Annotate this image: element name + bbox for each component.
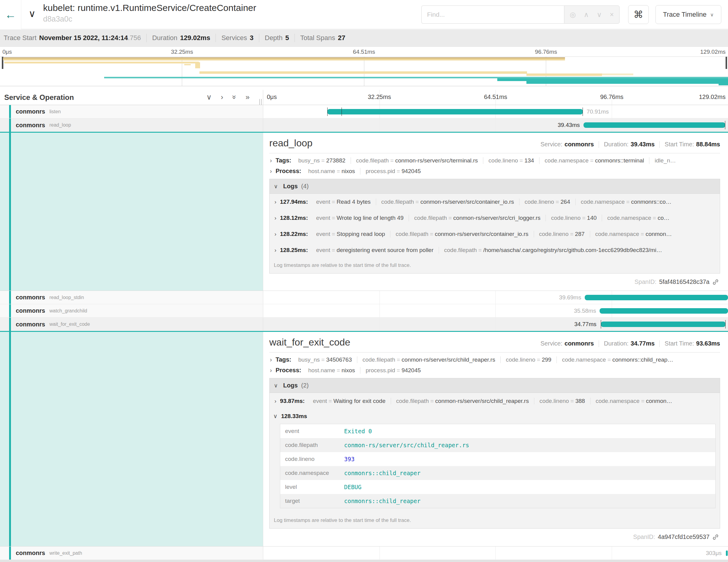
span-bar[interactable] [601,322,726,327]
collapse-one-icon[interactable]: ∨ [206,93,212,101]
chevron-right-icon: › [274,215,276,221]
minimap-tick-labels: 0μs 32.25ms 64.51ms 96.76ms 129.02ms [0,48,728,56]
log-marker [342,107,342,116]
back-button[interactable]: ← [0,0,21,29]
span-timeline-cell[interactable]: 70.91ms [263,105,728,118]
span-name-cell[interactable]: conmonrs write_exit_path [0,547,263,560]
tag-item: code.filepath=conmon-rs/server/src/child… [357,356,501,363]
log-entry[interactable]: › 128.25ms: event=deregistering event so… [270,242,720,258]
clear-search-icon[interactable]: × [610,11,614,19]
span-bar[interactable] [583,122,725,128]
span-timeline-cell[interactable]: 34.77ms [263,318,728,331]
span-name-cell[interactable]: conmonrs listen [0,105,263,118]
view-selector-label: Trace Timeline [663,11,706,19]
span-name-cell[interactable]: conmonrs read_loop [0,118,263,132]
span-bar[interactable] [585,295,728,300]
axis-tick: 32.25ms [368,94,391,100]
process-item: host.name=nixos [303,367,360,374]
trace-collapse-icon[interactable]: ∨ [29,8,36,19]
span-row-watch-grandchild[interactable]: conmonrs watch_grandchild 35.58ms [0,304,728,318]
minimap-span-bar [526,81,728,84]
log-marker [725,320,726,329]
chevron-right-icon: › [270,168,272,175]
duration-item: Duration 129.02ms [152,34,210,42]
chevron-right-icon: › [274,231,276,237]
prev-match-icon[interactable]: ∧ [584,11,589,19]
log-entry[interactable]: › 93.87ms: event=Waiting for exit code c… [270,393,720,409]
match-case-icon[interactable]: ◎ [570,11,576,19]
table-row: code.lineno 393 [280,452,716,466]
view-selector-button[interactable]: Trace Timeline ∨ [655,5,721,24]
service-name: conmonrs [16,108,45,115]
detail-content: read_loop Service:conmonrs Duration:39.4… [263,133,728,291]
log-entry[interactable]: › 128.12ms: event=Wrote log line of leng… [270,210,720,226]
span-name-cell[interactable]: conmonrs watch_grandchild [0,304,263,317]
divider [599,340,599,347]
logs-header[interactable]: ∨ Logs (2) [270,378,720,393]
divider [599,141,599,148]
span-bar[interactable] [726,550,728,556]
process-item: host.name=nixos [303,168,360,175]
span-bar[interactable] [327,109,583,114]
logs-note: Log timestamps are relative to the start… [270,258,720,273]
span-title: wait_for_exit_code [269,337,350,348]
tag-item: code.lineno=299 [501,356,557,363]
column-resizer-handle[interactable] [259,99,262,105]
deep-link-icon[interactable] [712,279,719,285]
process-expander[interactable]: › Process: host.name=nixos process.pid=9… [269,367,720,374]
span-row-read-loop-stdin[interactable]: conmonrs read_loop_stdin 39.69ms [0,291,728,304]
minimap-right-scrubber[interactable] [726,57,727,69]
deep-link-icon[interactable] [712,534,719,540]
span-timeline-cell[interactable]: 39.69ms [263,291,728,304]
find-input[interactable] [421,5,564,24]
span-timeline-cell[interactable]: 303μs [263,547,728,560]
table-row: code.filepath conmon-rs/server/src/child… [280,438,716,452]
minimap-tick: 96.76ms [535,49,557,55]
tags-expander[interactable]: › Tags: busy_ns=34506763 code.filepath=c… [269,356,720,363]
log-field: code.namespace=conmonrs::co… [576,199,677,205]
tag-item: busy_ns=273882 [293,157,351,164]
log-field: event=Read 4 bytes [311,199,376,205]
service-name: conmonrs [16,321,45,328]
expand-one-icon[interactable]: › [221,93,223,101]
chevron-right-icon: › [274,398,276,404]
timeline-minimap[interactable] [0,56,728,86]
process-expander[interactable]: › Process: host.name=nixos process.pid=9… [269,168,720,175]
span-duration-label: 39.69ms [559,294,581,301]
next-match-icon[interactable]: ∨ [597,11,602,19]
log-marker [601,320,601,329]
collapse-all-icon[interactable]: » [230,95,239,99]
operation-name: watch_grandchild [49,308,87,314]
chevron-down-icon: ∨ [274,183,278,189]
service-operation-header: Service & Operation ∨ › » » [0,90,263,105]
span-name-cell[interactable]: conmonrs wait_for_exit_code [0,318,263,331]
span-duration-label: 35.58ms [574,308,596,314]
log-field: code.lineno=140 [546,215,602,221]
axis-tick: 129.02ms [699,94,726,100]
span-bar[interactable] [600,308,728,314]
logs-header[interactable]: ∨ Logs (4) [270,179,720,194]
span-timeline-cell[interactable]: 35.58ms [263,304,728,317]
span-row-write-exit-path[interactable]: conmonrs write_exit_path 303μs [0,547,728,560]
span-row-wait-for-exit-code[interactable]: conmonrs wait_for_exit_code 34.77ms [0,318,728,332]
logs-block: ∨ Logs (2) › 93.87ms: event=Waiting for … [269,378,720,529]
log-field: code.lineno=388 [534,398,590,404]
keyboard-shortcuts-button[interactable]: ⌘ [628,5,649,24]
chevron-down-icon: ∨ [274,383,278,389]
log-entry[interactable]: › 127.94ms: event=Read 4 bytes code.file… [270,194,720,210]
service-color-accent [9,291,11,304]
span-row-listen[interactable]: conmonrs listen 70.91ms [0,105,728,118]
span-duration-label: 39.43ms [558,122,580,128]
log-field: code.filepath=/home/sascha/.cargo/regist… [439,247,667,254]
log-entry[interactable]: › 128.22ms: event=Stopping read loop cod… [270,226,720,242]
minimap-span-bar [497,78,728,81]
span-row-read-loop[interactable]: conmonrs read_loop 39.43ms [0,118,728,133]
span-name-cell[interactable]: conmonrs read_loop_stdin [0,291,263,304]
span-meta: Service:conmonrs Duration:39.43ms Start … [540,141,720,148]
span-timeline-cell[interactable]: 39.43ms [263,118,728,132]
tags-expander[interactable]: › Tags: busy_ns=273882 code.filepath=con… [269,157,720,164]
expand-all-icon[interactable]: » [246,93,250,101]
table-row: code.namespace conmonrs::child_reaper [280,466,716,480]
log-entry-expanded-header[interactable]: ∨ 128.33ms [270,409,720,421]
axis-tick: 96.76ms [600,94,624,100]
